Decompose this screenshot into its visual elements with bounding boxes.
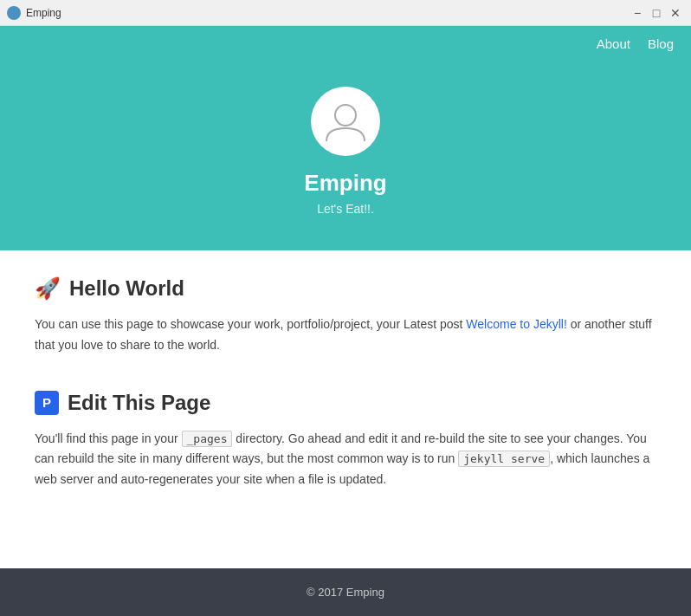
svg-point-0	[335, 105, 356, 126]
title-bar: Emping − □ ✕	[0, 0, 691, 26]
avatar	[311, 87, 380, 156]
pages-code: _pages	[182, 431, 233, 447]
section-hello-world-title: 🚀 Hello World	[35, 276, 656, 301]
hero-name: Emping	[304, 170, 386, 197]
minimize-button[interactable]: −	[629, 4, 646, 22]
avatar-icon	[322, 98, 369, 145]
app-icon	[7, 6, 21, 20]
hero-section: Emping Let's Eat!!.	[0, 61, 691, 250]
site-header: About Blog	[0, 26, 691, 61]
rocket-icon: 🚀	[35, 276, 61, 301]
window-title: Emping	[26, 7, 61, 19]
title-bar-left: Emping	[7, 6, 61, 20]
p-badge-icon: P	[35, 391, 59, 415]
nav-links: About Blog	[597, 36, 674, 51]
welcome-to-jekyll-link[interactable]: Welcome to Jekyll!	[466, 317, 566, 331]
jekyll-serve-code: jekyll serve	[458, 451, 550, 467]
section-edit-body: You'll find this page in your _pages dir…	[35, 429, 656, 490]
browser-content: About Blog Emping Let's Eat!!. 🚀 Hello W…	[0, 26, 691, 616]
section-edit-heading: Edit This Page	[68, 391, 210, 415]
footer-text: © 2017 Emping	[307, 586, 384, 599]
section-edit-title: P Edit This Page	[35, 391, 656, 415]
section-edit-this-page: P Edit This Page You'll find this page i…	[35, 391, 656, 490]
close-button[interactable]: ✕	[667, 4, 684, 22]
hero-tagline: Let's Eat!!.	[317, 202, 374, 216]
nav-blog-link[interactable]: Blog	[648, 36, 674, 51]
window-controls: − □ ✕	[629, 4, 684, 22]
maximize-button[interactable]: □	[648, 4, 665, 22]
section-hello-world-body: You can use this page to showcase your w…	[35, 314, 656, 356]
main-content: 🚀 Hello World You can use this page to s…	[0, 250, 691, 568]
nav-about-link[interactable]: About	[597, 36, 630, 51]
section-hello-world: 🚀 Hello World You can use this page to s…	[35, 276, 656, 356]
site-footer: © 2017 Emping	[0, 568, 691, 616]
section-hello-world-heading: Hello World	[69, 276, 184, 301]
